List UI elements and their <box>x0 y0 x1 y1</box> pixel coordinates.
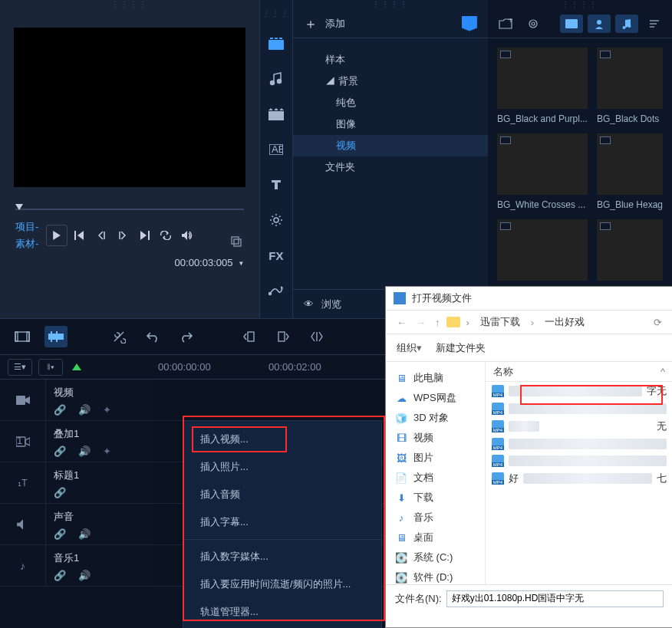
pin-icon[interactable] <box>462 16 477 31</box>
nav-music[interactable]: ♪音乐 <box>386 508 485 528</box>
preview-scrubber[interactable] <box>15 209 244 211</box>
mute-icon[interactable]: 🔊 <box>78 404 91 416</box>
tree-item-folder[interactable]: 文件夹 <box>293 156 488 178</box>
ctx-insert-audio[interactable]: 插入音频 <box>183 481 381 508</box>
media-thumb[interactable]: BG_Blue Hexag <box>597 133 663 210</box>
nav-wps[interactable]: ☁WPS网盘 <box>386 388 485 408</box>
ctx-insert-subtitle[interactable]: 插入字幕... <box>183 508 381 536</box>
tree-item-background[interactable]: ◢ 背景 <box>293 71 488 92</box>
media-thumb[interactable]: BG_Black and Purpl... <box>497 48 588 124</box>
motion-path-icon[interactable] <box>267 281 285 300</box>
duplicate-icon[interactable] <box>230 235 242 248</box>
organize-button[interactable]: 组织 ▾ <box>397 341 422 355</box>
redo-button[interactable] <box>175 326 198 347</box>
panel-grip[interactable]: ⋮⋮⋮⋮ <box>0 0 259 9</box>
track-height-button[interactable]: ☰▾ <box>8 359 32 376</box>
nav-downloads[interactable]: ⬇下载 <box>386 488 485 508</box>
import-folder-icon[interactable]: + <box>494 15 517 33</box>
fx-icon[interactable]: ✦ <box>103 404 111 416</box>
ctx-insert-photo[interactable]: 插入照片... <box>183 453 381 481</box>
panel-grip[interactable]: ⋮⋮⋮⋮ <box>488 0 672 9</box>
mark-out-button[interactable] <box>272 326 295 347</box>
breadcrumb-seg[interactable]: 一出好戏 <box>540 313 589 331</box>
ctx-insert-digital[interactable]: 插入数字媒体... <box>183 543 381 570</box>
playhead-marker-icon[interactable] <box>72 363 81 370</box>
link-icon[interactable]: 🔗 <box>54 570 66 581</box>
nav-ddrive[interactable]: 💽软件 (D:) <box>386 567 485 584</box>
link-icon[interactable]: 🔗 <box>54 446 66 457</box>
tree-item-image[interactable]: 图像 <box>293 113 488 135</box>
goto-start-button[interactable] <box>71 226 89 245</box>
media-thumb[interactable] <box>597 219 663 281</box>
add-label[interactable]: 添加 <box>325 17 345 31</box>
file-item[interactable] <box>486 436 672 452</box>
new-folder-button[interactable]: 新建文件夹 <box>436 341 486 355</box>
timecode-display[interactable]: 00:00:03:005 ▾ <box>15 257 244 268</box>
panel-grip[interactable]: ⋮⋮⋮ <box>262 9 290 18</box>
loop-button[interactable] <box>156 226 175 245</box>
nav-back-icon[interactable]: ← <box>394 317 410 328</box>
tools-button[interactable] <box>107 326 130 347</box>
link-icon[interactable]: 🔗 <box>54 404 66 416</box>
media-library-icon[interactable] <box>267 35 285 53</box>
ctx-insert-timelapse[interactable]: 插入要应用时间流逝/频闪的照片... <box>183 570 381 598</box>
panel-grip[interactable]: ⋮⋮⋮⋮ <box>293 0 488 9</box>
file-item[interactable] <box>486 452 672 469</box>
project-toggle[interactable]: 项目- <box>15 220 38 234</box>
nav-3d[interactable]: 🧊3D 对象 <box>386 408 485 428</box>
add-plus-icon[interactable]: ＋ <box>304 15 318 33</box>
fx-text-icon[interactable]: FX <box>267 246 285 265</box>
sort-icon[interactable] <box>643 15 666 33</box>
mute-icon[interactable]: 🔊 <box>78 570 91 581</box>
link-icon[interactable]: 🔗 <box>54 487 66 498</box>
media-thumb[interactable]: BG_White Crosses ... <box>497 133 588 210</box>
nav-cdrive[interactable]: 💽系统 (C:) <box>386 547 485 567</box>
browse-eye-icon[interactable]: 👁 <box>304 298 314 310</box>
tree-item-video[interactable]: 视频 <box>293 135 488 156</box>
nav-up-icon[interactable]: ↑ <box>432 317 443 328</box>
audio-library-icon[interactable] <box>267 70 285 88</box>
undo-button[interactable] <box>141 326 164 347</box>
file-item[interactable]: 好七 <box>486 469 672 488</box>
storyboard-mode-button[interactable] <box>11 326 34 347</box>
nav-docs[interactable]: 📄文档 <box>386 468 485 488</box>
material-toggle[interactable]: 素材- <box>15 237 38 251</box>
track-options-button[interactable]: ⦀▾ <box>38 359 63 376</box>
next-frame-button[interactable] <box>114 226 132 245</box>
prev-frame-button[interactable] <box>92 226 110 245</box>
ctx-track-manager[interactable]: 轨道管理器... <box>183 598 381 626</box>
mark-in-button[interactable] <box>238 326 261 347</box>
effects-icon[interactable] <box>267 211 285 229</box>
goto-end-button[interactable] <box>135 226 153 245</box>
tree-item-sample[interactable]: 样本 <box>293 49 488 71</box>
mute-icon[interactable]: 🔊 <box>78 446 91 457</box>
col-name[interactable]: 名称 <box>493 365 513 379</box>
filter-video-icon[interactable] <box>560 15 583 33</box>
tree-item-solid[interactable]: 纯色 <box>293 92 488 113</box>
titles-icon[interactable]: AB <box>267 140 285 159</box>
preview-viewport[interactable] <box>14 28 245 187</box>
media-thumb[interactable]: BG_Black Dots <box>597 48 663 124</box>
split-button[interactable] <box>305 326 328 347</box>
nav-pictures[interactable]: 🖼图片 <box>386 448 485 468</box>
filter-audio-icon[interactable] <box>615 15 638 33</box>
breadcrumb-seg[interactable]: 迅雷下载 <box>476 313 525 331</box>
timeline-mode-button[interactable] <box>44 326 68 347</box>
capture-icon[interactable] <box>522 15 545 33</box>
nav-video[interactable]: 🎞视频 <box>386 428 485 448</box>
browse-label[interactable]: 浏览 <box>321 298 341 311</box>
volume-button[interactable] <box>178 226 196 245</box>
filename-input[interactable] <box>446 590 664 607</box>
file-item[interactable] <box>486 400 672 417</box>
file-item[interactable]: 字无 <box>486 382 672 400</box>
play-button[interactable] <box>46 225 68 246</box>
transitions-icon[interactable] <box>267 105 285 123</box>
nav-desktop[interactable]: 🖥桌面 <box>386 528 485 547</box>
media-thumb[interactable] <box>497 219 588 281</box>
nav-fwd-icon[interactable]: → <box>413 317 429 328</box>
file-item[interactable]: 无 <box>486 417 672 436</box>
filter-photo-icon[interactable] <box>588 15 611 33</box>
nav-this-pc[interactable]: 🖥此电脑 <box>386 368 485 388</box>
fx-icon[interactable]: ✦ <box>103 446 111 457</box>
text-tool-icon[interactable] <box>267 176 285 194</box>
